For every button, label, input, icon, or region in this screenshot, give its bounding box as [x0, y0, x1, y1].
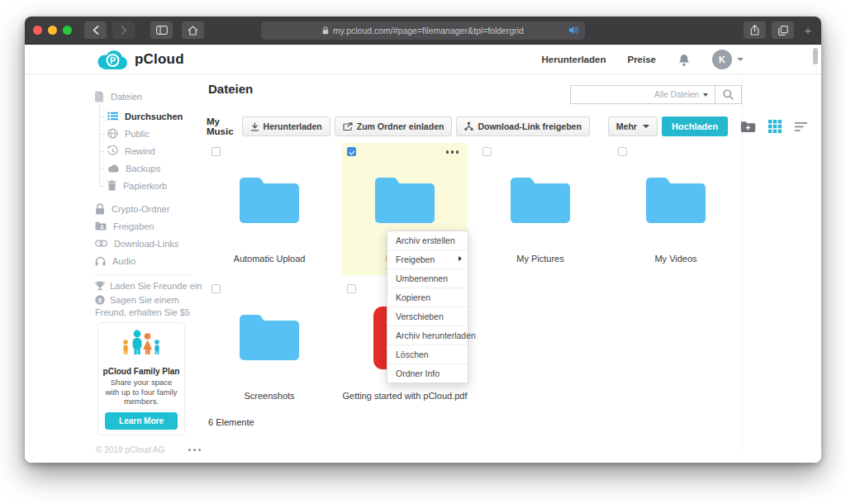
- sidebar-item-audio[interactable]: Audio: [95, 252, 207, 269]
- nav-preise[interactable]: Preise: [627, 55, 656, 64]
- mute-audio-icon[interactable]: [569, 26, 579, 36]
- sidebar-item-backups[interactable]: Backups: [99, 159, 207, 177]
- search-button[interactable]: [715, 85, 742, 104]
- list-view-button[interactable]: [794, 121, 808, 132]
- footer-more-menu[interactable]: [188, 449, 201, 451]
- submenu-arrow-icon: [459, 256, 462, 261]
- family-plan-ad: pCloud Family Plan Share your space with…: [97, 322, 185, 435]
- sidebar-item-refer-friend[interactable]: $Sagen Sie einem Freund, erhalten Sie $5: [95, 294, 204, 319]
- shared-folder-icon: [95, 221, 107, 231]
- menu-item-loeschen[interactable]: Löschen: [387, 345, 468, 364]
- more-button[interactable]: Mehr: [608, 116, 658, 136]
- toolbar: My Music Herunterladen Zum Ordner einlad…: [207, 116, 742, 136]
- share-link-icon: [464, 121, 473, 131]
- item-checkbox[interactable]: [618, 147, 627, 156]
- account-menu[interactable]: K: [712, 50, 744, 69]
- sidebar-item-freigaben[interactable]: Freigaben: [95, 217, 207, 235]
- sidebar-item-download-links[interactable]: Download-Links: [95, 235, 207, 252]
- nav-herunterladen[interactable]: Herunterladen: [542, 55, 606, 64]
- download-button[interactable]: Herunterladen: [242, 116, 330, 136]
- menu-item-archiv-erstellen[interactable]: Archiv erstellen: [387, 231, 468, 250]
- menu-item-ordner-info[interactable]: Ordner Info: [387, 364, 468, 383]
- menu-item-verschieben[interactable]: Verschieben: [387, 307, 468, 326]
- sidebar-item-dateien[interactable]: Dateien: [94, 89, 207, 104]
- forward-button[interactable]: [112, 21, 135, 39]
- search-icon: [723, 89, 734, 100]
- menu-item-kopieren[interactable]: Kopieren: [387, 288, 468, 307]
- item-name[interactable]: Screenshots: [192, 391, 347, 401]
- new-tab-button[interactable]: +: [803, 23, 813, 37]
- grid-item-screenshots[interactable]: Screenshots: [207, 280, 332, 412]
- lock-icon: [322, 26, 329, 35]
- share-icon: [750, 25, 759, 36]
- menu-item-freigeben[interactable]: Freigeben: [387, 250, 468, 269]
- item-checkbox[interactable]: [347, 284, 356, 293]
- share-button[interactable]: [744, 21, 766, 39]
- item-name[interactable]: Getting started with pCloud.pdf: [327, 391, 482, 401]
- search-input[interactable]: Alle Dateien: [570, 85, 715, 104]
- sidebar-item-papierkorb[interactable]: Papierkorb: [99, 177, 207, 194]
- grid-view-button[interactable]: [768, 120, 782, 133]
- tabs-icon: [778, 26, 788, 36]
- trash-icon: [107, 180, 116, 191]
- sidebar-item-public[interactable]: Public: [99, 125, 207, 142]
- menu-item-umbenennen[interactable]: Umbenennen: [387, 269, 468, 288]
- pcloud-cloud-icon: P: [95, 49, 128, 70]
- back-button[interactable]: [84, 21, 107, 39]
- item-more-menu-button[interactable]: [444, 148, 462, 156]
- grid-item-my-pictures[interactable]: My Pictures: [478, 143, 603, 275]
- sidebar-item-label: Papierkorb: [123, 181, 167, 191]
- sidebar-item-rewind[interactable]: Rewind: [99, 142, 207, 159]
- learn-more-button[interactable]: Learn More: [105, 412, 178, 430]
- invite-to-folder-button[interactable]: Zum Ordner einladen: [335, 116, 453, 136]
- zoom-window-button[interactable]: [63, 26, 72, 35]
- share-download-link-button[interactable]: Download-Link freigeben: [456, 116, 589, 136]
- sidebar-item-invite-friends[interactable]: Laden Sie Freunde ein: [95, 280, 204, 292]
- avatar[interactable]: K: [712, 50, 732, 69]
- folder-icon: [372, 171, 438, 224]
- item-checkbox[interactable]: [212, 147, 221, 156]
- item-name[interactable]: Automatic Upload: [192, 254, 347, 264]
- url-text: my.pcloud.com/#page=filemanager&tpl=fold…: [333, 26, 524, 36]
- button-label: Herunterladen: [264, 121, 322, 131]
- minimize-window-button[interactable]: [48, 26, 57, 35]
- close-window-button[interactable]: [33, 26, 42, 35]
- sidebar-item-label: Laden Sie Freunde ein: [110, 281, 202, 291]
- grid-item-automatic-upload[interactable]: Automatic Upload: [207, 143, 332, 275]
- chevron-down-icon: [643, 125, 649, 128]
- list-view-icon: [794, 121, 808, 132]
- sidebar-item-label: Freigaben: [113, 221, 154, 231]
- browse-list-icon: [107, 112, 118, 121]
- item-checkbox[interactable]: [347, 147, 356, 156]
- sidebar-promos: Laden Sie Freunde ein $Sagen Sie einem F…: [95, 280, 204, 319]
- globe-icon: [107, 128, 118, 139]
- grid-view-icon: [768, 120, 782, 133]
- notifications-bell-icon[interactable]: [677, 53, 691, 67]
- address-bar[interactable]: my.pcloud.com/#page=filemanager&tpl=fold…: [261, 21, 585, 40]
- item-name[interactable]: My Videos: [598, 254, 753, 264]
- folder-context-menu: Archiv erstellen Freigeben Umbenennen Ko…: [387, 231, 468, 383]
- button-label: Zum Ordner einladen: [357, 121, 444, 131]
- chevron-right-icon: [121, 26, 127, 35]
- item-checkbox[interactable]: [212, 284, 221, 293]
- sidebar-item-label: Durchsuchen: [125, 112, 183, 121]
- sidebar-item-durchsuchen[interactable]: Durchsuchen: [99, 107, 207, 125]
- pcloud-logo[interactable]: P pCloud: [95, 49, 184, 70]
- chevron-down-icon: [737, 58, 744, 61]
- sidebar-tree: Durchsuchen Public Rewind Backups: [99, 107, 207, 194]
- sidebar-item-crypto-ordner[interactable]: Crypto-Ordner: [95, 200, 207, 217]
- item-name[interactable]: My Pictures: [463, 254, 618, 264]
- home-button[interactable]: [182, 21, 204, 39]
- items-count: 6 Elemente: [208, 417, 254, 427]
- search-filter-dropdown[interactable]: Alle Dateien: [654, 86, 708, 103]
- traffic-lights: [33, 26, 72, 35]
- dollar-glyph: $: [98, 297, 102, 304]
- item-checkbox[interactable]: [482, 147, 492, 156]
- grid-item-my-videos[interactable]: My Videos: [613, 143, 739, 275]
- new-folder-button[interactable]: [740, 121, 756, 133]
- chevron-left-icon: [93, 26, 99, 35]
- sidebar-toggle-button[interactable]: [150, 21, 173, 39]
- upload-button[interactable]: Hochladen: [662, 116, 728, 136]
- menu-item-archiv-herunterladen[interactable]: Archiv herunterladen: [387, 326, 468, 345]
- tab-overview-button[interactable]: [772, 21, 794, 39]
